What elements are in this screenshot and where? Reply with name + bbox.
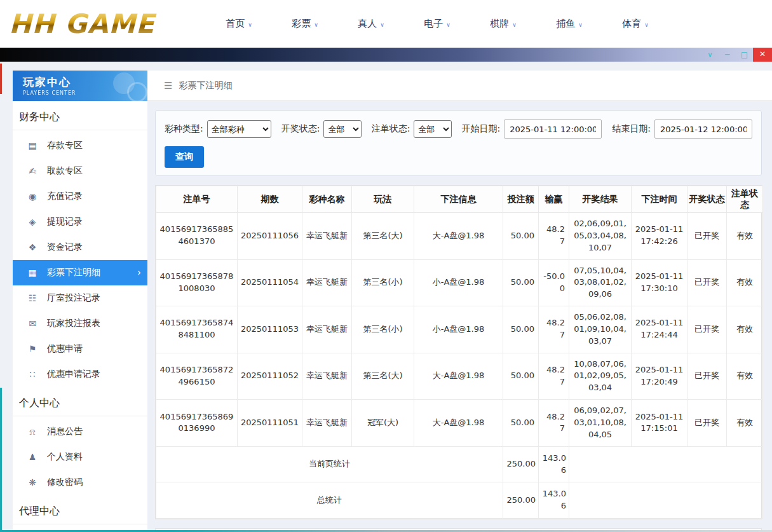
column-header: 注单号: [156, 186, 238, 213]
chevron-down-icon: ∨: [248, 20, 252, 28]
draw-status-select[interactable]: 全部: [323, 120, 361, 138]
nav-item-live[interactable]: 真人 ∨: [338, 18, 404, 30]
chevron-down-icon: ∨: [446, 20, 450, 28]
sidebar-item-recharge-records[interactable]: ◉ 充值记录: [13, 184, 147, 209]
query-button[interactable]: 查询: [165, 146, 204, 168]
window-close-button[interactable]: ✕: [753, 48, 772, 62]
table-cell: 大-A盘@1.98: [414, 353, 503, 400]
sidebar-item-label: 存款专区: [47, 140, 83, 151]
table-cell: 401569173658690136990: [156, 400, 238, 447]
site-header: HH GAME 首页 ∨ 彩票 ∨ 真人 ∨ 电子 ∨ 棋牌 ∨ 捕鱼 ∨ 体育…: [0, 0, 772, 48]
table-cell: 有效: [727, 259, 763, 306]
sidebar-section-agent: 代理中心: [13, 495, 147, 524]
end-date-input[interactable]: [654, 119, 752, 139]
table-cell: 48.27: [539, 306, 569, 353]
window-minimize-button[interactable]: ─: [719, 48, 736, 62]
nav-item-lottery[interactable]: 彩票 ∨: [272, 18, 338, 30]
sidebar-item-label: 消息公告: [47, 426, 83, 437]
sidebar-item-promo-apply-records[interactable]: ∷ 优惠申请记录: [13, 362, 147, 387]
chevron-down-icon: ∨: [314, 20, 318, 28]
nav-item-fishing[interactable]: 捕鱼 ∨: [536, 18, 602, 30]
nav-label: 捕鱼: [556, 18, 575, 30]
table-cell: 2025-01-11 17:30:10: [632, 259, 687, 306]
summary-row: 总统计250.00143.06: [156, 482, 763, 519]
table-row: 40156917365872496615020250111052幸运飞艇新第三名…: [156, 353, 763, 400]
window-titlebar: ∨ ─ □ ✕: [0, 48, 772, 62]
site-logo[interactable]: HH GAME: [9, 8, 188, 39]
sidebar-item-announcements[interactable]: ⍾ 消息公告: [13, 419, 147, 444]
chevron-down-icon: ∨: [380, 20, 384, 28]
start-date-label: 开始日期:: [462, 123, 501, 135]
nav-item-sports[interactable]: 体育 ∨: [602, 18, 668, 30]
sidebar-item-hall-bet-records[interactable]: ☷ 厅室投注记录: [13, 285, 147, 311]
sidebar-section-finance: 财务中心: [13, 101, 147, 130]
column-header: 下注时间: [632, 186, 687, 213]
sidebar-item-label: 个人资料: [47, 451, 83, 463]
table-cell: 第三名(小): [352, 306, 414, 353]
sidebar-item-lottery-bet-details[interactable]: ▦ 彩票下注明细 ›: [13, 260, 147, 285]
table-cell: 401569173658724966150: [156, 353, 238, 400]
table-cell: 20250111053: [238, 306, 302, 353]
summary-winloss-total: 143.06: [539, 446, 569, 482]
table-cell: 48.27: [539, 400, 569, 447]
report-icon: ✉: [27, 318, 38, 329]
sidebar-section-personal: 个人中心: [13, 387, 147, 416]
flag-icon: ⚑: [27, 344, 38, 354]
column-header: 玩法: [352, 186, 414, 213]
sidebar-item-withdrawal-records[interactable]: ◈ 提现记录: [13, 209, 147, 235]
sidebar-item-change-password[interactable]: ❋ 修改密码: [13, 470, 147, 495]
breadcrumb: ☰ 彩票下注明细: [147, 71, 772, 101]
order-status-select[interactable]: 全部: [414, 120, 451, 138]
menu-icon[interactable]: ☰: [164, 80, 172, 92]
start-date-input[interactable]: [504, 119, 602, 139]
nav-item-home[interactable]: 首页 ∨: [206, 18, 272, 30]
table-cell: 幸运飞艇新: [302, 400, 352, 447]
nav-label: 体育: [622, 18, 641, 30]
chevron-down-icon: ∨: [512, 20, 517, 28]
ledger-icon: ▦: [27, 268, 38, 278]
table-cell: 401569173658854601370: [156, 213, 238, 260]
lottery-type-select[interactable]: 全部彩种: [207, 120, 271, 138]
table-cell: 已开奖: [687, 259, 727, 306]
sidebar-item-label: 玩家投注报表: [47, 318, 100, 329]
table-cell: 大-A盘@1.98: [414, 213, 503, 260]
sidebar-header: 玩家中心 PLAYERS CENTER: [13, 71, 147, 101]
table-cell: 第三名(小): [352, 259, 414, 306]
nav-item-slots[interactable]: 电子 ∨: [404, 18, 470, 30]
nav-item-chess[interactable]: 棋牌 ∨: [470, 18, 536, 30]
table-cell: 幸运飞艇新: [302, 259, 352, 306]
nav-label: 真人: [358, 18, 377, 30]
table-cell: 05,06,02,08,01,09,10,04,03,07: [569, 306, 632, 353]
summary-label: 总统计: [156, 482, 503, 519]
nav-label: 彩票: [292, 18, 311, 30]
table-row: 40156917365885460137020250111056幸运飞艇新第三名…: [156, 213, 763, 260]
column-header: 期数: [238, 186, 302, 213]
page-title: 彩票下注明细: [179, 80, 232, 92]
window-maximize-button[interactable]: □: [736, 48, 753, 62]
summary-row: 当前页统计250.00143.06: [156, 446, 763, 482]
order-status-label: 注单状态:: [372, 123, 410, 135]
sidebar-subtitle: PLAYERS CENTER: [23, 90, 147, 96]
gear-icon: ❋: [27, 477, 38, 488]
table-cell: 07,05,10,04,03,08,01,02,09,06: [569, 259, 632, 306]
table-cell: 50.00: [503, 213, 539, 260]
bell-icon: ⍾: [27, 426, 38, 437]
window-chevron-icon[interactable]: ∨: [701, 48, 719, 62]
nav-label: 棋牌: [490, 18, 509, 30]
sidebar-item-player-bet-report[interactable]: ✉ 玩家投注报表: [13, 311, 147, 336]
sidebar-item-deposit[interactable]: ▤ 存款专区: [13, 133, 147, 158]
sidebar-item-funds-records[interactable]: ❖ 资金记录: [13, 235, 147, 260]
sidebar-item-promo-apply[interactable]: ⚑ 优惠申请: [13, 336, 147, 362]
table-cell: 20250111051: [238, 400, 302, 447]
sidebar-item-profile[interactable]: ♟ 个人资料: [13, 444, 147, 470]
table-cell: 50.00: [503, 259, 539, 306]
column-header: 彩种名称: [302, 186, 352, 213]
sidebar-title: 玩家中心: [23, 75, 147, 90]
table-cell: 已开奖: [687, 353, 727, 400]
table-cell: 已开奖: [687, 400, 727, 447]
table-cell: 2025-01-11 17:42:26: [632, 213, 687, 260]
table-row: 40156917365869013699020250111051幸运飞艇新冠军(…: [156, 400, 763, 447]
summary-winloss-total: 143.06: [539, 482, 569, 519]
sidebar-item-withdraw-zone[interactable]: ✍ 取款专区: [13, 158, 147, 184]
cash-icon: ✍: [27, 166, 38, 176]
